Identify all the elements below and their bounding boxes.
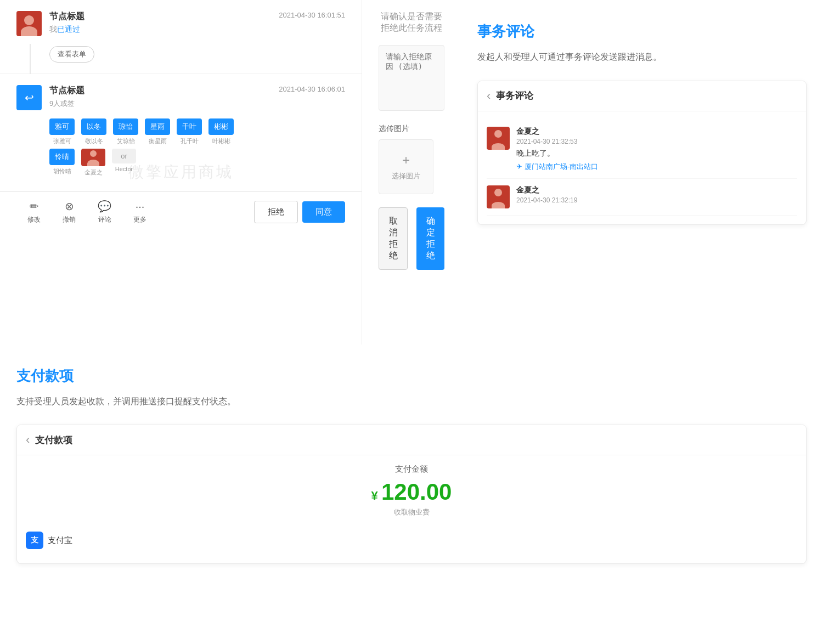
bottom-left-desc: 发起人和受理人可通过事务评论发送跟进消息。 xyxy=(477,50,807,64)
upload-text: 选择图片 xyxy=(392,171,420,181)
timeline-line xyxy=(30,44,31,74)
bottom-left-title: 事务评论 xyxy=(477,22,807,41)
image-upload-area[interactable]: + 选择图片 xyxy=(379,139,433,194)
comment-card: ‹ 事务评论 金夏之 2021-04-30 21:32:53 晚上吃了。 ✈ xyxy=(477,81,807,225)
more-icon: ··· xyxy=(136,200,145,213)
signer-hector: or Hector xyxy=(112,149,136,177)
modify-label: 修改 xyxy=(27,215,41,224)
bottom-right-section: 支付款项 支持受理人员发起收款，并调用推送接口提醒支付状态。 ‹ 支付款项 支付… xyxy=(0,344,823,644)
subtitle-prefix: 我 xyxy=(49,25,57,33)
signer-tag: 以冬 xyxy=(81,118,106,135)
signers-count: 9人或签 xyxy=(49,99,271,109)
alipay-icon: 支 xyxy=(26,532,43,549)
signer-binbin: 彬彬 叶彬彬 xyxy=(208,118,234,145)
bottom-right-desc: 支持受理人员发起收款，并调用推送接口提醒支付状态。 xyxy=(16,394,807,409)
node-time-2: 2021-04-30 16:06:01 xyxy=(279,85,345,93)
signer-yazhi: 雅可 张雅可 xyxy=(49,118,75,145)
signer-tag: 星雨 xyxy=(145,118,170,135)
payment-amount: ¥ 120.00 xyxy=(26,479,797,505)
signer-avatar-tag xyxy=(81,149,105,166)
action-more[interactable]: ··· 更多 xyxy=(122,200,157,224)
plus-icon: + xyxy=(402,152,410,168)
return-icon: ↩ xyxy=(25,91,34,104)
node-item-2: ↩ 节点标题 9人或签 2021-04-30 16:06:01 雅可 张雅可 xyxy=(0,74,362,191)
signer-jinxiazhi: 金夏之 xyxy=(81,149,105,177)
avatar-1 xyxy=(16,11,42,36)
comment-card-title: 事务评论 xyxy=(496,89,533,102)
node-title-1: 节点标题 xyxy=(49,11,271,22)
action-bar: ✏ 修改 ⊗ 撤销 💬 评论 ··· 更多 拒绝 同意 xyxy=(0,191,362,232)
signer-tag: 琼怡 xyxy=(113,118,138,135)
signers-row-1: 雅可 张雅可 以冬 敬以冬 琼怡 艾琼怡 星雨 xyxy=(49,118,345,145)
reject-reason-input[interactable] xyxy=(379,45,444,111)
payment-card-header: ‹ 支付款项 xyxy=(17,425,806,455)
node-title-2: 节点标题 xyxy=(49,85,271,97)
signer-tag: 雅可 xyxy=(49,118,75,135)
signer-qianye: 千叶 孔千叶 xyxy=(177,118,202,145)
signer-tag: 千叶 xyxy=(177,118,202,135)
cancel-reject-button[interactable]: 取消拒绝 xyxy=(379,207,408,270)
comment-avatar-2 xyxy=(487,185,510,208)
more-label: 更多 xyxy=(133,215,146,224)
yuan-sign: ¥ xyxy=(371,489,381,502)
modify-icon: ✏ xyxy=(30,200,39,213)
node-subtitle-1: 我已通过 xyxy=(49,25,271,35)
bottom-left-section: 事务评论 发起人和受理人可通过事务评论发送跟进消息。 ‹ 事务评论 金夏之 20… xyxy=(461,0,823,344)
approved-status: 已通过 xyxy=(57,25,80,33)
signer-tag: 怜晴 xyxy=(49,149,75,165)
cancel-icon: ⊗ xyxy=(65,200,74,213)
bottom-right-title: 支付款项 xyxy=(16,366,807,386)
reject-button[interactable]: 拒绝 xyxy=(254,201,298,223)
location-text: 厦门站南广场-南出站口 xyxy=(525,162,598,172)
comment-card-header: ‹ 事务评论 xyxy=(478,81,806,111)
alipay-row: 支 支付宝 xyxy=(26,526,797,555)
signers-row-2: 怜晴 胡怜晴 金夏之 or Hector xyxy=(49,149,345,177)
comment-avatar-1 xyxy=(487,127,510,150)
alipay-label: 支付宝 xyxy=(48,535,72,546)
view-form-button[interactable]: 查看表单 xyxy=(49,46,94,63)
cancel-label: 撤销 xyxy=(63,215,76,224)
comment-body-1: 金夏之 2021-04-30 21:32:53 晚上吃了。 ✈ 厦门站南广场-南… xyxy=(516,127,797,172)
avatar-2: ↩ xyxy=(16,85,42,110)
comment-label: 评论 xyxy=(98,215,111,224)
location-icon: ✈ xyxy=(516,162,522,171)
comment-item-2: 金夏之 2021-04-30 21:32:19 xyxy=(487,179,797,216)
node-content-2: 节点标题 9人或签 xyxy=(49,85,271,114)
action-cancel[interactable]: ⊗ 撤销 xyxy=(52,200,87,224)
comment-card-body: 金夏之 2021-04-30 21:32:53 晚上吃了。 ✈ 厦门站南广场-南… xyxy=(478,111,806,224)
signer-tag: 彬彬 xyxy=(208,118,234,135)
node-item-1: 节点标题 我已通过 2021-04-30 16:01:51 查看表单 xyxy=(0,0,362,74)
signer-yidong: 以冬 敬以冬 xyxy=(81,118,106,145)
comment-item-1: 金夏之 2021-04-30 21:32:53 晚上吃了。 ✈ 厦门站南广场-南… xyxy=(487,120,797,179)
comment-text-1: 晚上吃了。 xyxy=(516,149,797,159)
right-panel: 请确认是否需要拒绝此任务流程 选传图片 + 选择图片 取消拒绝 确定拒绝 xyxy=(362,0,461,344)
payment-card-title: 支付款项 xyxy=(35,434,72,447)
right-buttons: 取消拒绝 确定拒绝 xyxy=(379,207,444,270)
comment-name-2: 金夏之 xyxy=(516,185,797,195)
payment-back-icon[interactable]: ‹ xyxy=(26,433,30,447)
amount-value: 120.00 xyxy=(381,479,452,505)
back-icon[interactable]: ‹ xyxy=(487,89,491,103)
comment-icon: 💬 xyxy=(98,200,111,213)
comment-name-1: 金夏之 xyxy=(516,127,797,137)
signer-xingyu: 星雨 衡星雨 xyxy=(145,118,170,145)
or-tag: or xyxy=(112,149,136,163)
action-comment[interactable]: 💬 评论 xyxy=(87,200,122,224)
approve-button[interactable]: 同意 xyxy=(302,201,345,223)
image-upload-label: 选传图片 xyxy=(379,124,444,134)
payment-card: ‹ 支付款项 支付金额 ¥ 120.00 收取物业费 支 支付宝 xyxy=(16,425,807,564)
confirm-reject-button[interactable]: 确定拒绝 xyxy=(416,207,444,270)
payment-card-body: 支付金额 ¥ 120.00 收取物业费 支 支付宝 xyxy=(17,455,806,563)
action-modify[interactable]: ✏ 修改 xyxy=(16,200,52,224)
amount-label: 支付金额 xyxy=(26,464,797,474)
node-time-1: 2021-04-30 16:01:51 xyxy=(279,11,345,19)
signer-lianqing: 怜晴 胡怜晴 xyxy=(49,149,75,177)
confirm-title: 请确认是否需要拒绝此任务流程 xyxy=(379,11,444,34)
comment-body-2: 金夏之 2021-04-30 21:32:19 xyxy=(516,185,797,208)
payment-desc: 收取物业费 xyxy=(26,507,797,517)
comment-location-1[interactable]: ✈ 厦门站南广场-南出站口 xyxy=(516,162,797,172)
comment-time-2: 2021-04-30 21:32:19 xyxy=(516,196,797,204)
signer-qiongyi: 琼怡 艾琼怡 xyxy=(113,118,138,145)
comment-time-1: 2021-04-30 21:32:53 xyxy=(516,138,797,145)
node-content-1: 节点标题 我已通过 xyxy=(49,11,271,35)
